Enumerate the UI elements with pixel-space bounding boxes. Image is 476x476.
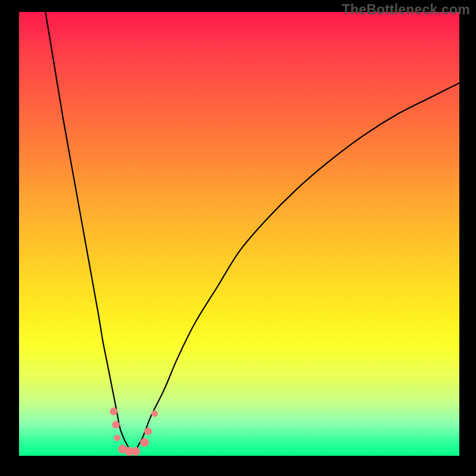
marker-point [131,447,140,456]
marker-point [110,408,117,415]
marker-point [112,421,120,428]
curve-group [45,12,459,453]
marker-point [152,411,158,416]
curve-left-branch [45,12,133,453]
outer-frame: TheBottleneck.com [0,0,476,476]
marker-point [140,439,149,447]
watermark-text: TheBottleneck.com [342,2,470,18]
plot-area [19,12,459,456]
marker-point [145,428,152,435]
chart-svg [19,12,459,456]
marker-point [114,435,120,441]
curve-right-branch [133,83,459,453]
